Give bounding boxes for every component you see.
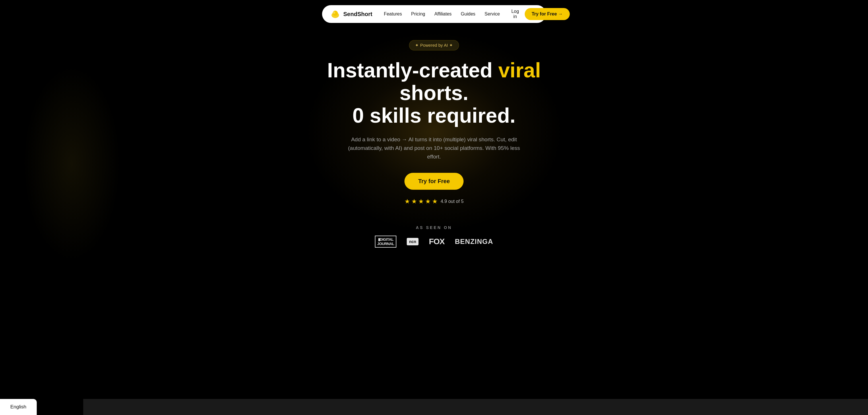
- hero-title: Instantly-created viral shorts. 0 skills…: [316, 59, 552, 127]
- media-digital-journal: ▮DIGITALJOURNAL: [375, 236, 396, 248]
- title-part1: Instantly-created: [327, 59, 498, 82]
- hero-section: ✦ Powered by AI ✦ Instantly-created vira…: [0, 23, 868, 265]
- nav-features[interactable]: Features: [384, 11, 402, 16]
- nav-links: Features Pricing Affiliates Guides Servi…: [384, 11, 500, 16]
- media-benzinga: BENZINGA: [455, 238, 493, 246]
- star-3: ★: [418, 198, 424, 205]
- nav-actions: Log in Try for Free →: [511, 8, 569, 20]
- logo-text: SendShort: [343, 11, 372, 18]
- nav-service[interactable]: Service: [485, 11, 500, 16]
- navbar-inner: SendShort Features Pricing Affiliates Gu…: [322, 5, 546, 23]
- language-selector[interactable]: English: [0, 399, 37, 415]
- title-part2: shorts.: [400, 81, 468, 104]
- media-ncn: ncn: [407, 238, 418, 245]
- media-logos: ▮DIGITALJOURNAL ncn FOX BENZINGA: [375, 236, 493, 248]
- star-4: ★: [425, 198, 431, 205]
- star-5: ★: [432, 198, 438, 205]
- decorative-circle: [23, 66, 121, 261]
- rating-text: 4.9 out of 5: [441, 199, 464, 204]
- stars: ★ ★ ★ ★ ★: [404, 198, 438, 205]
- svg-point-2: [333, 11, 335, 14]
- language-label: English: [10, 404, 26, 410]
- bottom-bar: [83, 399, 868, 415]
- logo-link[interactable]: SendShort: [330, 9, 372, 19]
- login-button[interactable]: Log in: [511, 9, 519, 19]
- title-line2: 0 skills required.: [352, 104, 516, 127]
- hero-cta-button[interactable]: Try for Free: [404, 173, 464, 190]
- nav-affiliates[interactable]: Affiliates: [434, 11, 452, 16]
- star-1: ★: [404, 198, 410, 205]
- star-2: ★: [411, 198, 417, 205]
- hero-subtitle: Add a link to a video → AI turns it into…: [342, 135, 526, 161]
- navbar: SendShort Features Pricing Affiliates Gu…: [0, 0, 868, 23]
- as-seen-label: AS SEEN ON: [416, 225, 452, 230]
- nav-guides[interactable]: Guides: [461, 11, 475, 16]
- as-seen-on: AS SEEN ON ▮DIGITALJOURNAL ncn FOX BENZI…: [375, 225, 493, 248]
- title-highlight: viral: [498, 59, 541, 82]
- badge-text: ✦ Powered by AI ✦: [415, 43, 453, 48]
- powered-badge: ✦ Powered by AI ✦: [409, 40, 459, 50]
- nav-pricing[interactable]: Pricing: [411, 11, 425, 16]
- try-for-free-button[interactable]: Try for Free →: [525, 8, 569, 20]
- logo-icon: [330, 9, 340, 19]
- media-fox: FOX: [429, 237, 445, 246]
- rating-area: ★ ★ ★ ★ ★ 4.9 out of 5: [404, 198, 464, 205]
